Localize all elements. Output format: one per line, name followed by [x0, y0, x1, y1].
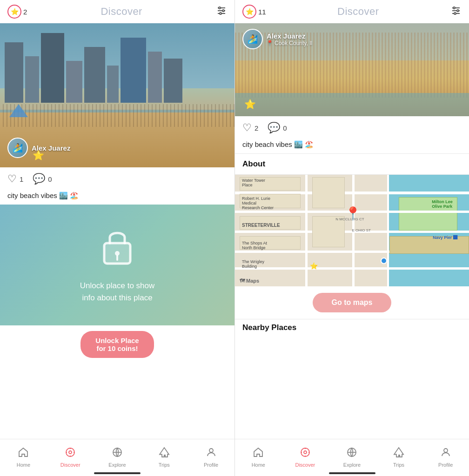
left-post-actions: ♡ 1 💬 0: [0, 167, 234, 191]
profile-icon: [206, 447, 217, 461]
right-hero-username: Alex Juarez: [267, 32, 312, 40]
left-star-circle: ⭐: [7, 5, 21, 19]
lock-icon: [100, 226, 134, 272]
left-nav-home[interactable]: Home: [0, 439, 47, 472]
road-v3: [387, 175, 389, 286]
right-star-circle: ⭐: [242, 5, 256, 19]
e-ohio-label: E OHIO ST: [352, 228, 371, 232]
left-nav-discover[interactable]: Discover: [47, 439, 94, 472]
right-profile-icon: [440, 447, 451, 461]
water-tower-label: Water TowerPlace: [242, 178, 265, 187]
right-trips-icon: [393, 447, 404, 461]
right-hero-location: 📍 Cook County, Il: [267, 40, 312, 46]
right-hero-image: 🏄 Alex Juarez 📍 Cook County, Il ⭐: [235, 23, 469, 116]
go-maps-button[interactable]: Go to maps: [313, 293, 391, 312]
svg-point-26: [304, 451, 307, 454]
left-star-count: 2: [23, 8, 27, 16]
left-home-indicator: [0, 472, 234, 476]
left-hero-star: ⭐: [33, 150, 44, 161]
map-container[interactable]: Water TowerPlace Robert H. LurieMedicalR…: [235, 175, 469, 286]
left-nav-profile[interactable]: Profile: [188, 439, 234, 472]
left-comment-btn[interactable]: 💬 0: [33, 173, 52, 185]
right-discover-icon: [300, 447, 311, 461]
right-bottom-nav: Home Discover: [235, 439, 469, 472]
lurie-label: Robert H. LurieMedicalResearch Center: [242, 196, 274, 210]
wrigley-label: The WrigleyBuilding: [242, 259, 264, 269]
home-icon: [18, 447, 29, 461]
left-nav-explore[interactable]: Explore: [94, 439, 141, 472]
right-header-title: Discover: [337, 6, 379, 18]
left-bottom-nav: Home Discover: [0, 439, 234, 472]
svg-point-22: [453, 7, 455, 9]
navy-pier-label: Navy Pier 🅿: [433, 235, 457, 240]
right-star-count: 11: [258, 8, 266, 16]
right-home-bar: [329, 472, 375, 474]
left-filter-icon[interactable]: [216, 5, 227, 19]
unlock-button[interactable]: Unlock Placefor 10 coins!: [80, 331, 154, 358]
left-comment-count: 0: [48, 175, 52, 183]
location-pin-icon: 📍: [267, 40, 273, 46]
svg-point-3: [219, 7, 221, 9]
blue-dot: [381, 258, 387, 264]
right-nav-discover-label: Discover: [295, 462, 315, 468]
right-hero-star: ⭐: [244, 99, 256, 110]
left-like-count: 1: [20, 175, 23, 183]
heart-icon: ♡: [7, 173, 17, 185]
lock-text: Unlock place to showinfo about this plac…: [80, 280, 155, 304]
right-comment-icon: 💬: [268, 122, 280, 134]
left-hero-avatar: 🏄: [7, 138, 28, 158]
right-header: ⭐ 11 Discover: [235, 0, 469, 23]
svg-point-33: [444, 449, 448, 452]
right-nav-trips[interactable]: Trips: [375, 439, 422, 472]
left-hero-image: 🏄 Alex Juarez ⭐: [0, 23, 234, 167]
comment-icon: 💬: [33, 173, 45, 185]
left-nav-trips[interactable]: Trips: [141, 439, 188, 472]
svg-point-5: [220, 13, 221, 14]
left-nav-discover-label: Discover: [60, 462, 80, 468]
right-home-indicator: [235, 472, 469, 476]
right-nav-profile[interactable]: Profile: [422, 439, 469, 472]
left-nav-explore-label: Explore: [108, 462, 126, 468]
olive-park-label: Milton LeeOlive Park: [432, 199, 453, 209]
map-background: Water TowerPlace Robert H. LurieMedicalR…: [235, 175, 469, 286]
right-star-badge[interactable]: ⭐ 11: [242, 5, 266, 19]
right-filter-icon[interactable]: [450, 5, 462, 19]
go-maps-container: Go to maps: [235, 286, 469, 319]
left-nav-profile-label: Profile: [204, 462, 218, 468]
svg-point-24: [454, 13, 456, 14]
left-like-btn[interactable]: ♡ 1: [7, 173, 23, 185]
right-heart-icon: ♡: [242, 122, 252, 134]
left-post-caption: city beach vibes 🏙️ 🏖️: [0, 191, 234, 205]
explore-icon: [112, 447, 123, 461]
about-title: About: [242, 159, 265, 168]
right-comment-btn[interactable]: 💬 0: [268, 122, 287, 134]
right-hero-user: 🏄 Alex Juarez 📍 Cook County, Il: [242, 29, 312, 49]
block-5: [312, 177, 345, 208]
svg-point-23: [457, 10, 459, 12]
right-hero-avatar: 🏄: [242, 29, 263, 49]
right-nav-home[interactable]: Home: [235, 439, 282, 472]
road-v1: [305, 175, 308, 286]
svg-point-11: [69, 451, 72, 454]
svg-point-10: [66, 448, 74, 456]
nearby-places-title: Nearby Places: [235, 319, 469, 338]
lock-overlay: Unlock place to showinfo about this plac…: [0, 205, 234, 325]
right-nav-profile-label: Profile: [438, 462, 453, 468]
right-nav-discover[interactable]: Discover: [282, 439, 329, 472]
right-explore-icon: [346, 447, 357, 461]
svg-point-4: [222, 10, 224, 12]
svg-point-18: [209, 449, 213, 452]
map-star-icon: ⭐: [310, 262, 318, 270]
right-like-btn[interactable]: ♡ 2: [242, 122, 258, 134]
left-phone-panel: ⭐ 2 Discover: [0, 0, 234, 476]
location-pin: 📍: [345, 206, 361, 221]
right-like-count: 2: [255, 124, 258, 132]
unlock-btn-container: Unlock Placefor 10 coins!: [0, 325, 234, 364]
right-nav-explore[interactable]: Explore: [328, 439, 375, 472]
right-post-caption: city beach vibes 🏙️ 🏖️: [235, 139, 469, 153]
left-star-badge[interactable]: ⭐ 2: [7, 5, 27, 19]
right-post-actions: ♡ 2 💬 0: [235, 116, 469, 139]
right-nav-explore-label: Explore: [343, 462, 361, 468]
svg-point-25: [301, 448, 309, 456]
apple-maps-watermark: 🗺 Maps: [240, 278, 259, 284]
